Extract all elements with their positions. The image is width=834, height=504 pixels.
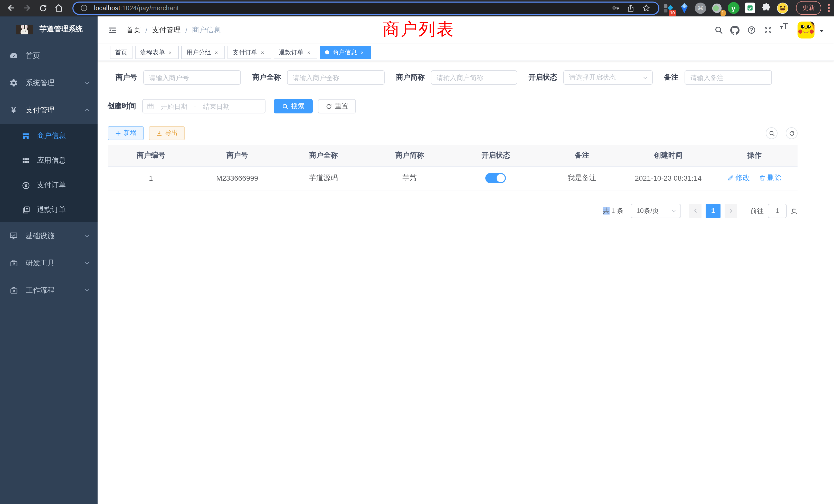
- site-info-icon[interactable]: [77, 2, 90, 14]
- chevron-down-icon: [642, 75, 648, 80]
- end-date-input[interactable]: [197, 102, 236, 110]
- merchant-list-panel: 商户号 商户全称 商户简称 开启状态 请选择开启状态 备注 创建: [97, 61, 834, 218]
- search-icon[interactable]: [710, 22, 727, 38]
- table-toolbar: 新增 导出: [108, 126, 797, 140]
- page-number-1[interactable]: 1: [706, 204, 721, 218]
- breadcrumb-separator: [185, 26, 188, 34]
- refresh-table-button[interactable]: [786, 127, 797, 139]
- browser-menu-icon[interactable]: [826, 2, 832, 14]
- plus-icon: [115, 130, 121, 136]
- browser-back-button[interactable]: [3, 1, 19, 15]
- sidebar-submenu-payment: 商户信息 应用信息 支付订单 退款订单: [0, 124, 97, 222]
- col-remark: 备注: [539, 145, 625, 166]
- user-avatar[interactable]: [797, 22, 814, 39]
- extension-command-icon[interactable]: [694, 2, 707, 14]
- annotation-text: 商户列表: [382, 18, 455, 41]
- sidebar-item-infra[interactable]: 基础设施: [0, 222, 97, 249]
- tab-user-group[interactable]: 用户分组: [181, 46, 225, 59]
- export-button[interactable]: 导出: [149, 126, 185, 140]
- gear-icon: [9, 78, 18, 87]
- goto-label: 前往: [750, 206, 764, 215]
- search-icon: [282, 103, 289, 110]
- sidebar-item-merchant-info[interactable]: 商户信息: [0, 124, 97, 148]
- create-time-range-picker[interactable]: -: [142, 99, 265, 113]
- close-icon[interactable]: [213, 49, 220, 56]
- sidebar-item-pay-order[interactable]: 支付订单: [0, 173, 97, 198]
- extension-sheet-icon[interactable]: [743, 2, 756, 14]
- sidebar-item-app-info[interactable]: 应用信息: [0, 148, 97, 173]
- bookmark-star-icon[interactable]: [638, 2, 654, 14]
- tab-merchant-info[interactable]: 商户信息: [320, 46, 371, 59]
- delete-link[interactable]: 删除: [759, 174, 782, 183]
- close-icon[interactable]: [259, 49, 266, 56]
- breadcrumb-home[interactable]: 首页: [126, 25, 141, 35]
- status-select[interactable]: 请选择开启状态: [563, 70, 653, 85]
- merchant-fullname-input[interactable]: [287, 70, 385, 85]
- close-icon[interactable]: [167, 49, 174, 56]
- caret-down-icon[interactable]: [820, 30, 824, 32]
- browser-reload-button[interactable]: [35, 1, 51, 15]
- download-icon: [156, 130, 162, 136]
- extension-gem-icon[interactable]: [678, 2, 690, 14]
- tab-process-form[interactable]: 流程表单: [135, 46, 179, 59]
- page-size-select[interactable]: 10条/页: [631, 204, 681, 218]
- font-size-icon[interactable]: тT: [776, 22, 792, 38]
- calendar-icon: [147, 102, 154, 110]
- tab-refund-order[interactable]: 退款订单: [274, 46, 317, 59]
- browser-forward-button[interactable]: [19, 1, 35, 15]
- breadcrumb-separator: [145, 26, 147, 34]
- extension-tabs-icon[interactable]: 10: [661, 2, 674, 14]
- table-row: 1 M233666999 芋道源码 芋艿 我是备注 2021-10-23 08:…: [108, 166, 797, 190]
- browser-toolbar: localhost:1024/pay/merchant 10 1 y 更新: [0, 0, 834, 17]
- dashboard-icon: [9, 51, 18, 60]
- field-label: 开启状态: [528, 73, 557, 82]
- password-key-icon[interactable]: [608, 2, 623, 14]
- close-icon[interactable]: [306, 49, 312, 56]
- app-logo: 芋道管理系统: [0, 17, 97, 42]
- sidebar-item-system[interactable]: 系统管理: [0, 69, 97, 96]
- sidebar-item-devtools[interactable]: 研发工具: [0, 249, 97, 277]
- fullscreen-icon[interactable]: [760, 22, 776, 38]
- start-date-input[interactable]: [155, 102, 193, 110]
- sidebar-item-payment[interactable]: 支付管理: [0, 96, 97, 124]
- next-page-button[interactable]: [725, 204, 737, 218]
- address-bar[interactable]: localhost:1024/pay/merchant: [72, 1, 659, 15]
- github-icon[interactable]: [727, 22, 743, 38]
- prev-page-button[interactable]: [689, 204, 702, 218]
- sidebar-item-home[interactable]: 首页: [0, 42, 97, 69]
- remark-input[interactable]: [684, 70, 772, 85]
- merchant-shortname-input[interactable]: [431, 70, 517, 85]
- hamburger-icon[interactable]: [106, 23, 119, 37]
- close-icon[interactable]: [359, 49, 366, 56]
- cell-status: [453, 166, 539, 190]
- extension-circle-icon[interactable]: 1: [710, 2, 723, 14]
- search-button[interactable]: 搜索: [274, 99, 313, 113]
- chevron-up-icon: [84, 107, 90, 113]
- merchant-no-input[interactable]: [143, 70, 241, 85]
- goto-page-input[interactable]: [768, 204, 787, 218]
- reset-button[interactable]: 重置: [318, 99, 356, 113]
- tab-home[interactable]: 首页: [110, 46, 132, 59]
- edit-link[interactable]: 修改: [727, 174, 750, 183]
- col-merchant-id: 商户编号: [108, 145, 194, 166]
- tab-pay-order[interactable]: 支付订单: [227, 46, 271, 59]
- sidebar-item-workflow[interactable]: 工作流程: [0, 277, 97, 304]
- profile-avatar-emoji[interactable]: [776, 2, 789, 14]
- page-suffix-label: 页: [791, 206, 797, 215]
- add-button[interactable]: 新增: [108, 126, 144, 140]
- chevron-down-icon: [84, 233, 90, 239]
- status-toggle[interactable]: [486, 173, 506, 183]
- main-content: 商户列表 首页 支付管理 商户信息 тT: [97, 17, 834, 504]
- breadcrumb: 首页 支付管理 商户信息: [126, 25, 221, 35]
- extension-y-icon[interactable]: y: [727, 2, 740, 14]
- help-icon[interactable]: [743, 22, 760, 38]
- breadcrumb-payment[interactable]: 支付管理: [152, 25, 181, 35]
- share-icon[interactable]: [623, 2, 638, 14]
- browser-update-button[interactable]: 更新: [796, 1, 821, 15]
- sidebar-item-refund-order[interactable]: 退款订单: [0, 198, 97, 222]
- show-search-button[interactable]: [766, 127, 777, 139]
- edit-pen-icon: [727, 175, 734, 181]
- top-navbar: 首页 支付管理 商户信息 тT: [97, 17, 834, 44]
- browser-home-button[interactable]: [51, 1, 67, 15]
- extensions-puzzle-icon[interactable]: [760, 2, 773, 14]
